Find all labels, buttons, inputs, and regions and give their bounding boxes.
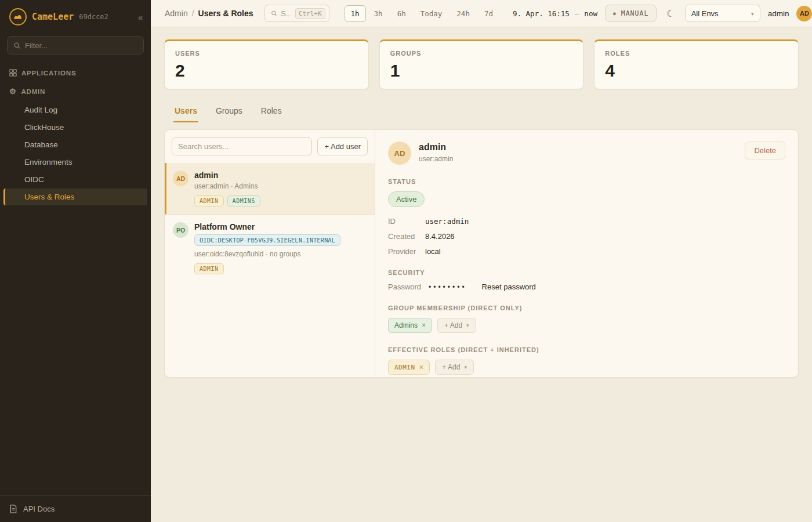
logo-row: CameLeer 69dcce2 «	[0, 0, 151, 32]
api-docs-link[interactable]: API Docs	[0, 495, 151, 522]
main-column: Admin / Users & Roles S... Ctrl+K 1h 3h …	[151, 0, 812, 522]
avatar: AD	[173, 171, 188, 186]
effective-roles-heading: EFFECTIVE ROLES (DIRECT + INHERITED)	[388, 346, 785, 353]
breadcrumb-current: Users & Roles	[198, 9, 253, 18]
stats-row: USERS 2 GROUPS 1 ROLES 4	[164, 39, 799, 89]
tab-users[interactable]: Users	[173, 104, 198, 122]
chevron-down-icon: ▾	[466, 322, 469, 328]
role-chip-label: ADMIN	[394, 364, 415, 371]
role-chip-admin: ADMIN ×	[388, 360, 430, 375]
breadcrumb-separator: /	[192, 9, 194, 18]
collapse-sidebar-button[interactable]: «	[138, 12, 143, 22]
user-detail-panel: AD admin user:admin Delete STATUS Active…	[375, 130, 798, 377]
sidebar-filter-input[interactable]	[25, 41, 137, 50]
delete-user-button[interactable]: Delete	[745, 142, 785, 160]
security-heading: SECURITY	[388, 269, 785, 276]
field-value: user:admin	[425, 217, 469, 226]
refresh-dot-icon: ●	[613, 11, 617, 16]
user-avatar[interactable]: AD	[796, 6, 812, 21]
avatar: PO	[173, 222, 188, 238]
refresh-mode-button[interactable]: ● MANUAL	[605, 5, 657, 22]
role-badge-admin: ADMIN	[194, 263, 224, 274]
sidebar-item-users-roles[interactable]: Users & Roles	[3, 188, 147, 205]
add-user-button[interactable]: + Add user	[317, 137, 368, 155]
search-users-input[interactable]	[172, 137, 312, 155]
stat-card-roles: ROLES 4	[594, 39, 799, 89]
remove-role-icon[interactable]: ×	[419, 363, 424, 371]
avatar: AD	[388, 142, 411, 165]
chevron-down-icon: ▾	[464, 364, 467, 370]
camel-logo-icon	[9, 8, 27, 26]
group-chip-label: Admins	[394, 321, 418, 329]
sidebar-item-audit-log[interactable]: Audit Log	[0, 102, 151, 118]
time-display[interactable]: 9. Apr. 16:15 — now	[513, 9, 597, 18]
field-label: Created	[388, 232, 425, 241]
dark-mode-toggle[interactable]: ☾	[664, 6, 677, 21]
detail-identity: admin user:admin	[419, 142, 453, 163]
user-list-item-platform-owner[interactable]: PO Platform Owner OIDC:DESKTOP-FB5VGJ9.S…	[165, 215, 375, 282]
section-applications[interactable]: APPLICATIONS	[0, 64, 151, 82]
env-selected-value: All Envs	[691, 9, 719, 18]
users-content-card: + Add user AD admin user:admin · Admins …	[164, 129, 799, 378]
sidebar-item-environments[interactable]: Environments	[0, 154, 151, 171]
add-group-label: + Add	[444, 321, 462, 329]
tab-groups[interactable]: Groups	[215, 104, 244, 122]
main-area: USERS 2 GROUPS 1 ROLES 4 Users Groups Ro…	[151, 27, 812, 522]
sidebar-item-clickhouse[interactable]: ClickHouse	[0, 119, 151, 136]
detail-header: AD admin user:admin Delete	[388, 142, 785, 165]
stat-label: USERS	[175, 50, 358, 57]
stat-value: 1	[390, 61, 573, 81]
password-row: Password •••••••• Reset password	[388, 282, 785, 291]
add-role-button[interactable]: + Add ▾	[435, 360, 474, 375]
user-list-toolbar: + Add user	[165, 130, 375, 163]
env-select[interactable]: All Envs ▾	[685, 5, 760, 22]
time-range-6h[interactable]: 6h	[391, 5, 412, 22]
user-item-body: Platform Owner OIDC:DESKTOP-FB5VGJ9.SIEG…	[194, 222, 340, 274]
section-admin[interactable]: ⚙ ADMIN	[0, 82, 151, 101]
build-id: 69dcce2	[79, 13, 108, 21]
role-chips: ADMIN × + Add ▾	[388, 360, 785, 375]
admin-nav: Audit Log ClickHouse Database Environmen…	[0, 102, 151, 205]
breadcrumb-admin[interactable]: Admin	[165, 9, 188, 18]
time-range-today[interactable]: Today	[414, 5, 449, 22]
user-badges: ADMIN	[194, 263, 340, 274]
oidc-provider-badge: OIDC:DESKTOP-FB5VGJ9.SIEGELN.INTERNAL	[194, 234, 340, 246]
user-badges: ADMIN ADMINS	[194, 195, 260, 206]
remove-group-icon[interactable]: ×	[422, 321, 426, 329]
breadcrumb: Admin / Users & Roles	[165, 9, 253, 18]
user-subtitle: user:oidc:8evzqofluhld · no groups	[194, 250, 340, 258]
group-membership-heading: GROUP MEMBERSHIP (DIRECT ONLY)	[388, 304, 785, 311]
user-name: admin	[194, 171, 260, 180]
search-icon	[271, 10, 277, 17]
status-badge: Active	[388, 191, 425, 207]
sidebar-item-oidc[interactable]: OIDC	[0, 171, 151, 188]
time-range-7d[interactable]: 7d	[478, 5, 499, 22]
field-label: ID	[388, 217, 425, 226]
time-to: now	[584, 9, 597, 18]
header-username: admin	[768, 9, 789, 18]
field-label: Provider	[388, 247, 425, 256]
field-row-provider: Provider local	[388, 247, 785, 256]
stat-value: 2	[175, 61, 358, 81]
add-group-button[interactable]: + Add ▾	[437, 318, 476, 333]
top-header: Admin / Users & Roles S... Ctrl+K 1h 3h …	[151, 0, 812, 27]
chevron-down-icon: ▾	[751, 10, 754, 17]
search-icon	[13, 42, 21, 49]
time-range-24h[interactable]: 24h	[450, 5, 476, 22]
detail-user-name: admin	[419, 142, 453, 153]
sidebar-item-database[interactable]: Database	[0, 136, 151, 153]
reset-password-link[interactable]: Reset password	[482, 282, 536, 291]
search-shortcut-kbd: Ctrl+K	[295, 8, 325, 19]
time-range-1h[interactable]: 1h	[345, 5, 366, 22]
tabs: Users Groups Roles	[164, 104, 799, 122]
time-separator: —	[575, 9, 579, 18]
group-chip-admins: Admins ×	[388, 318, 432, 333]
detail-user-id: user:admin	[419, 155, 453, 163]
time-range-3h[interactable]: 3h	[368, 5, 389, 22]
refresh-mode-label: MANUAL	[621, 9, 649, 17]
user-list-item-admin[interactable]: AD admin user:admin · Admins ADMIN ADMIN…	[165, 163, 375, 215]
gear-icon: ⚙	[9, 87, 16, 96]
tab-roles[interactable]: Roles	[260, 104, 283, 122]
grid-icon	[9, 69, 17, 77]
global-search[interactable]: S... Ctrl+K	[264, 5, 329, 22]
